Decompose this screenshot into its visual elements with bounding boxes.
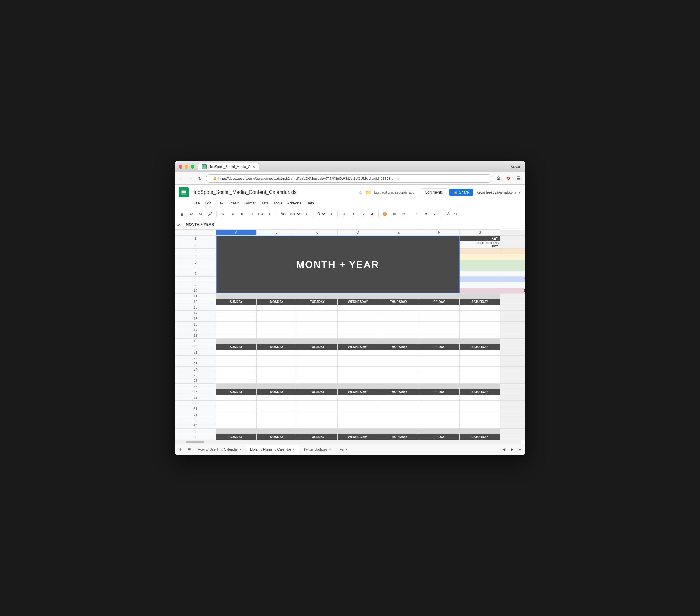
user-dropdown-icon[interactable]: ▼: [518, 191, 521, 194]
strikethrough-icon[interactable]: S: [359, 210, 367, 218]
table-row[interactable]: [419, 400, 460, 406]
menu-insert[interactable]: Insert: [227, 200, 241, 207]
table-row[interactable]: [338, 305, 378, 310]
table-row[interactable]: [297, 327, 338, 333]
menu-tools[interactable]: Tools: [271, 200, 285, 207]
align-icon[interactable]: ≡: [412, 210, 421, 218]
table-row[interactable]: [338, 321, 378, 327]
table-row[interactable]: [257, 333, 297, 338]
title-merged-cell[interactable]: MONTH + YEAR: [216, 236, 460, 294]
table-row[interactable]: [257, 378, 297, 383]
font-dropdown-icon[interactable]: ▼: [302, 210, 311, 218]
percent-icon[interactable]: %: [228, 210, 237, 218]
table-row[interactable]: [338, 316, 378, 321]
tab-nav-forward[interactable]: ▶: [508, 446, 516, 453]
table-row[interactable]: [257, 305, 297, 310]
menu-data[interactable]: Data: [258, 200, 271, 207]
table-row[interactable]: [378, 406, 419, 411]
table-row[interactable]: [338, 349, 378, 355]
tab-twitter-updates[interactable]: Twitter Updates ▼: [299, 445, 335, 454]
table-row[interactable]: [460, 406, 500, 411]
bookmark-star-icon[interactable]: ☆: [396, 176, 400, 181]
forward-button[interactable]: →: [187, 175, 195, 182]
table-row[interactable]: [297, 321, 338, 327]
table-row[interactable]: [460, 367, 500, 372]
table-row[interactable]: [338, 378, 378, 383]
table-row[interactable]: [460, 423, 500, 428]
menu-view[interactable]: View: [214, 200, 227, 207]
table-row[interactable]: [460, 417, 500, 423]
add-sheet-button[interactable]: +: [176, 445, 185, 454]
table-row[interactable]: [419, 417, 460, 423]
col-header-a[interactable]: A: [216, 230, 257, 236]
table-row[interactable]: [216, 310, 257, 316]
table-row[interactable]: [216, 372, 257, 378]
table-row[interactable]: [378, 305, 419, 310]
table-row[interactable]: [419, 378, 460, 383]
menu-format[interactable]: Format: [241, 200, 258, 207]
italic-icon[interactable]: I: [349, 210, 358, 218]
undo-icon[interactable]: ↩: [187, 210, 196, 218]
table-row[interactable]: [257, 361, 297, 367]
table-row[interactable]: [378, 378, 419, 383]
table-row[interactable]: [460, 333, 500, 338]
table-row[interactable]: [460, 395, 500, 400]
extensions-icon[interactable]: ⚙: [495, 174, 502, 183]
table-row[interactable]: [257, 372, 297, 378]
text-color-icon[interactable]: A: [368, 210, 377, 218]
table-row[interactable]: [419, 333, 460, 338]
table-row[interactable]: [297, 349, 338, 355]
decimal-increase-icon[interactable]: .00: [247, 210, 255, 218]
table-row[interactable]: [419, 321, 460, 327]
table-row[interactable]: [216, 378, 257, 383]
table-row[interactable]: [216, 367, 257, 372]
tab-twitter-dropdown[interactable]: ▼: [329, 448, 332, 451]
fill-color-icon[interactable]: 🎨: [380, 210, 389, 218]
currency-icon[interactable]: $: [218, 210, 227, 218]
table-row[interactable]: [297, 361, 338, 367]
table-row[interactable]: [338, 333, 378, 338]
horizontal-scrollbar[interactable]: [175, 440, 521, 444]
star-favorite-icon[interactable]: ☆: [359, 189, 363, 195]
table-row[interactable]: [297, 423, 338, 428]
table-row[interactable]: [297, 310, 338, 316]
redo-icon[interactable]: ↪: [196, 210, 205, 218]
table-row[interactable]: [378, 395, 419, 400]
table-row[interactable]: [216, 406, 257, 411]
borders-icon[interactable]: ⊞: [390, 210, 399, 218]
table-row[interactable]: [460, 305, 500, 310]
table-row[interactable]: [378, 327, 419, 333]
sheet-menu-button[interactable]: ≡: [185, 445, 194, 454]
table-row[interactable]: [297, 355, 338, 361]
menu-file[interactable]: File: [191, 200, 202, 207]
tab-how-to-use[interactable]: How to Use This Calendar ▼: [194, 445, 246, 454]
table-row[interactable]: [460, 361, 500, 367]
dropdown-format-icon[interactable]: ▼: [265, 210, 274, 218]
tab-fa-dropdown[interactable]: ▼: [345, 448, 348, 451]
table-row[interactable]: [338, 355, 378, 361]
table-row[interactable]: [338, 372, 378, 378]
tab-fa[interactable]: Fa ▼: [335, 445, 352, 454]
table-row[interactable]: [460, 411, 500, 417]
table-row[interactable]: [297, 406, 338, 411]
decimal-decrease-icon[interactable]: .0: [237, 210, 246, 218]
table-row[interactable]: [419, 310, 460, 316]
table-row[interactable]: [460, 327, 500, 333]
menu-help[interactable]: Help: [304, 200, 316, 207]
table-row[interactable]: [378, 349, 419, 355]
table-row[interactable]: [216, 349, 257, 355]
table-row[interactable]: [378, 423, 419, 428]
refresh-button[interactable]: ↻: [196, 175, 204, 182]
table-row[interactable]: [257, 417, 297, 423]
tab-monthly-planning[interactable]: Monthly Planning Calendar ▼: [246, 445, 299, 454]
table-row[interactable]: [297, 333, 338, 338]
table-row[interactable]: [419, 372, 460, 378]
table-row[interactable]: [378, 417, 419, 423]
table-row[interactable]: [419, 349, 460, 355]
table-row[interactable]: [257, 395, 297, 400]
paint-format-icon[interactable]: 🖌: [205, 210, 214, 218]
table-row[interactable]: [297, 395, 338, 400]
comments-button[interactable]: Comments: [421, 188, 447, 196]
back-button[interactable]: ←: [177, 175, 185, 182]
table-row[interactable]: [297, 400, 338, 406]
